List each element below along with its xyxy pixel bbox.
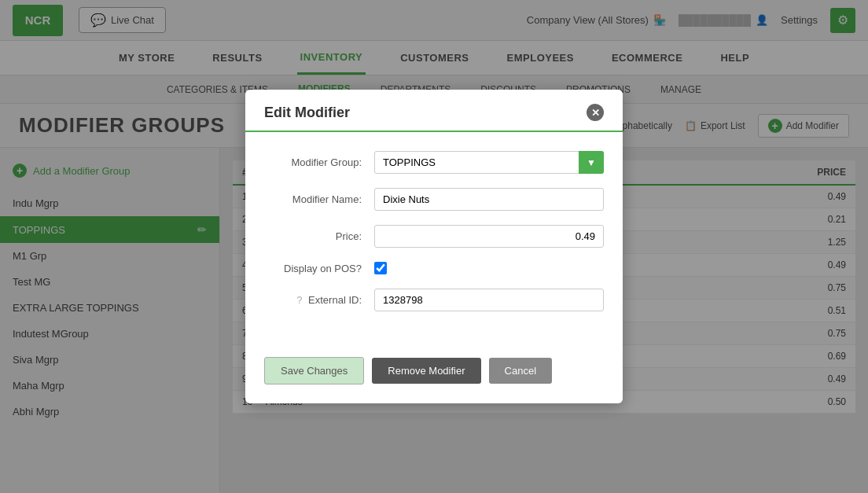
modifier-group-select[interactable]: TOPPINGS [374,151,604,174]
external-id-row: ? External ID: [264,289,604,311]
modifier-group-select-wrapper: TOPPINGS ▼ [374,151,604,174]
modal-title: Edit Modifier [264,105,350,121]
modal-close-button[interactable]: ✕ [587,104,604,121]
remove-modifier-button[interactable]: Remove Modifier [372,358,480,384]
external-id-label: ? External ID: [264,294,374,306]
modifier-name-input[interactable] [374,188,604,211]
display-pos-checkbox[interactable] [374,262,387,274]
price-label: Price: [264,230,374,242]
modifier-group-row: Modifier Group: TOPPINGS ▼ [264,151,604,174]
save-changes-button[interactable]: Save Changes [264,357,364,384]
price-row: Price: [264,225,604,248]
modifier-name-label: Modifier Name: [264,193,374,205]
help-icon: ? [296,294,302,306]
display-pos-row: Display on POS? [264,262,604,274]
modal-body: Modifier Group: TOPPINGS ▼ Modifier Name… [245,132,623,344]
external-id-input[interactable] [374,289,604,311]
edit-modifier-modal: Edit Modifier ✕ Modifier Group: TOPPINGS… [245,90,623,403]
modifier-name-row: Modifier Name: [264,188,604,211]
modal-header: Edit Modifier ✕ [245,90,623,132]
modal-overlay: Edit Modifier ✕ Modifier Group: TOPPINGS… [0,0,868,493]
modifier-group-label: Modifier Group: [264,156,374,168]
modal-footer: Save Changes Remove Modifier Cancel [245,344,623,403]
cancel-button[interactable]: Cancel [489,358,552,384]
price-input[interactable] [374,225,604,248]
display-pos-label: Display on POS? [264,263,374,274]
